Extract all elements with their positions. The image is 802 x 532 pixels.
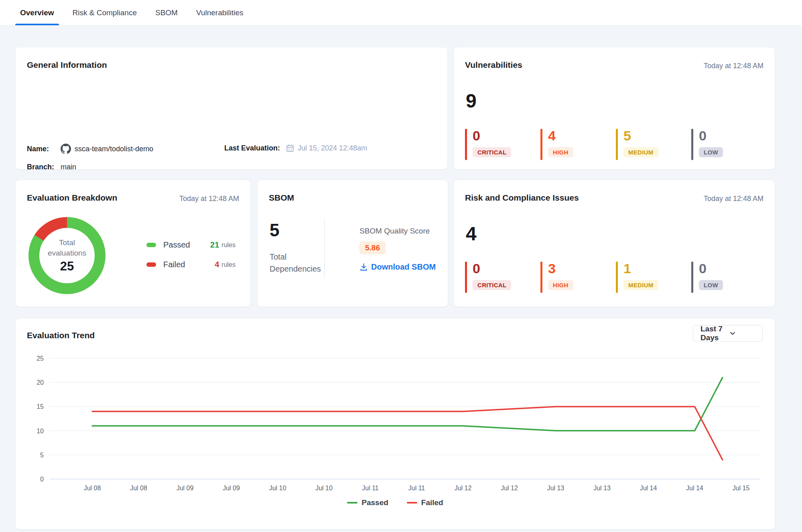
tab-overview-label: Overview: [20, 8, 54, 17]
svg-text:25: 25: [37, 355, 44, 362]
svg-text:Jul 11: Jul 11: [362, 485, 379, 491]
repo-name-row: Name: ssca-team/todolist-demo: [27, 144, 153, 154]
severity-bar: [616, 129, 618, 160]
vulnerabilities-timestamp: Today at 12:48 AM: [704, 62, 763, 70]
passed-swatch: [146, 243, 156, 247]
trend-legend-failed: Failed: [407, 498, 443, 507]
severity-badge: MEDIUM: [623, 147, 658, 157]
sbom-quality-section: SBOM Quality Score 5.86 Download SBOM: [359, 227, 436, 272]
svg-text:Jul 12: Jul 12: [455, 485, 472, 491]
severity-badge: MEDIUM: [623, 280, 658, 290]
severity-medium: 5 MEDIUM: [616, 129, 691, 160]
chevron-down-icon: [729, 329, 757, 337]
severity-badge: HIGH: [548, 280, 573, 290]
evaluation-breakdown-title: Evaluation Breakdown: [27, 193, 117, 203]
evaluation-trend-title: Evaluation Trend: [27, 331, 95, 340]
svg-text:15: 15: [37, 403, 44, 410]
svg-text:Jul 09: Jul 09: [223, 485, 240, 491]
severity-badge: LOW: [699, 147, 723, 157]
general-information-card: General Information Name: ssca-team/todo…: [15, 47, 448, 170]
legend-failed: Failed 4 rules: [146, 260, 236, 269]
svg-text:Jul 14: Jul 14: [640, 485, 657, 491]
severity-high: 4 HIGH: [540, 129, 616, 160]
severity-bar: [691, 129, 693, 160]
download-sbom-link[interactable]: Download SBOM: [359, 262, 436, 272]
tab-vulnerabilities[interactable]: Vulnerabilities: [195, 0, 244, 25]
last-evaluation-label: Last Evaluation:: [224, 144, 280, 152]
severity-bar: [691, 262, 693, 293]
severity-count: 0: [699, 262, 723, 276]
svg-text:20: 20: [37, 379, 44, 386]
severity-high: 3 HIGH: [540, 262, 616, 293]
download-icon: [359, 263, 368, 271]
severity-badge: HIGH: [548, 147, 573, 157]
tab-risk-compliance-label: Risk & Compliance: [73, 8, 137, 17]
github-icon: [61, 144, 71, 154]
severity-bar: [465, 262, 467, 293]
last-evaluation-value: Jul 15, 2024 12:48am: [298, 144, 367, 152]
svg-text:Jul 14: Jul 14: [686, 485, 703, 491]
svg-text:Jul 10: Jul 10: [269, 485, 286, 491]
risk-compliance-severity-row: 0 CRITICAL 3 HIGH 1 MEDIUM 0 LOW: [465, 262, 767, 293]
severity-badge: CRITICAL: [473, 147, 511, 157]
severity-critical: 0 CRITICAL: [465, 262, 540, 293]
severity-bar: [616, 262, 618, 293]
branch-row: Branch: main: [27, 163, 76, 171]
branch-value: main: [61, 163, 76, 171]
tab-risk-compliance[interactable]: Risk & Compliance: [72, 0, 138, 25]
severity-count: 0: [473, 129, 511, 143]
repo-name-value: ssca-team/todolist-demo: [75, 145, 153, 153]
svg-text:Jul 08: Jul 08: [130, 485, 147, 491]
severity-critical: 0 CRITICAL: [465, 129, 540, 160]
evaluation-breakdown-timestamp: Today at 12:48 AM: [179, 195, 239, 203]
vulnerabilities-total: 9: [466, 91, 477, 112]
time-range-value: Last 7 Days: [700, 325, 729, 342]
tab-vulnerabilities-label: Vulnerabilities: [196, 8, 244, 17]
total-dependencies-value: 5: [270, 221, 279, 239]
svg-text:0: 0: [40, 476, 44, 483]
vulnerabilities-title: Vulnerabilities: [465, 60, 522, 70]
passed-line-swatch: [347, 502, 357, 504]
total-dependencies-label: Total Dependencies: [270, 251, 330, 275]
severity-count: 3: [548, 262, 573, 276]
risk-compliance-total: 4: [466, 223, 477, 245]
svg-text:10: 10: [37, 428, 44, 435]
tab-overview[interactable]: Overview: [19, 0, 55, 25]
evaluation-trend-card: Evaluation Trend Last 7 Days 0510152025J…: [15, 318, 775, 530]
tab-sbom[interactable]: SBOM: [154, 0, 179, 25]
donut-center-label: Total evaluations: [43, 238, 91, 258]
svg-text:Jul 09: Jul 09: [177, 485, 194, 491]
branch-label: Branch:: [27, 163, 61, 171]
svg-text:Jul 08: Jul 08: [84, 485, 101, 491]
severity-low: 0 LOW: [691, 129, 767, 160]
failed-label: Failed: [163, 260, 215, 269]
time-range-select[interactable]: Last 7 Days: [693, 325, 763, 342]
calendar-icon: [286, 144, 294, 152]
divider: [324, 218, 325, 278]
sbom-title: SBOM: [269, 193, 294, 203]
risk-compliance-timestamp: Today at 12:48 AM: [704, 195, 763, 203]
severity-badge: CRITICAL: [473, 280, 511, 290]
severity-bar: [465, 129, 467, 160]
name-label: Name:: [27, 145, 61, 153]
passed-unit: rules: [221, 242, 236, 249]
svg-text:Jul 15: Jul 15: [733, 485, 750, 491]
tab-bar: Overview Risk & Compliance SBOM Vulnerab…: [0, 0, 802, 26]
failed-unit: rules: [221, 261, 236, 268]
severity-bar: [540, 129, 542, 160]
svg-text:Jul 13: Jul 13: [593, 485, 611, 491]
evaluations-donut-chart: Total evaluations 25: [28, 217, 106, 294]
trend-legend-passed: Passed: [347, 498, 388, 507]
severity-badge: LOW: [699, 280, 723, 290]
svg-text:5: 5: [40, 452, 44, 459]
vulnerabilities-severity-row: 0 CRITICAL 4 HIGH 5 MEDIUM 0 LOW: [465, 129, 767, 160]
svg-text:Jul 10: Jul 10: [315, 485, 333, 491]
passed-label: Passed: [163, 240, 210, 250]
security-dashboard: Overview Risk & Compliance SBOM Vulnerab…: [0, 0, 802, 532]
download-sbom-label: Download SBOM: [371, 262, 436, 272]
sbom-quality-score-badge: 5.86: [359, 242, 386, 254]
risk-compliance-title: Risk and Compliance Issues: [465, 193, 579, 203]
svg-text:Jul 13: Jul 13: [547, 485, 564, 491]
failed-swatch: [146, 262, 156, 267]
trend-failed-label: Failed: [421, 498, 443, 507]
